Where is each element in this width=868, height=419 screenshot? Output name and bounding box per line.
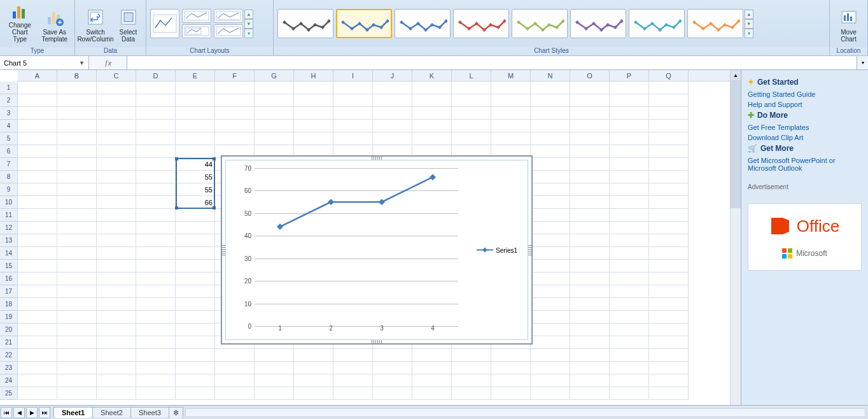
cell-P11[interactable] — [610, 209, 649, 222]
chart-layout-option-4[interactable] — [214, 9, 243, 23]
cell-E12[interactable] — [176, 222, 215, 234]
cell-O6[interactable] — [570, 145, 610, 158]
row-header-17[interactable]: 17 — [0, 285, 18, 298]
cell-Q17[interactable] — [649, 285, 689, 298]
cell-D7[interactable] — [136, 158, 176, 171]
cell-K2[interactable] — [412, 94, 452, 107]
cell-O4[interactable] — [570, 120, 610, 132]
row-header-18[interactable]: 18 — [0, 298, 18, 311]
cell-P24[interactable] — [610, 374, 649, 387]
chart-layout-option-2[interactable] — [182, 9, 211, 23]
column-header-N[interactable]: N — [531, 70, 570, 81]
row-header-13[interactable]: 13 — [0, 234, 18, 247]
row-header-8[interactable]: 8 — [0, 171, 18, 183]
column-header-C[interactable]: C — [97, 70, 136, 81]
cell-E24[interactable] — [176, 374, 215, 387]
cell-D5[interactable] — [136, 132, 176, 145]
cell-N2[interactable] — [531, 94, 570, 107]
cell-E21[interactable] — [176, 336, 215, 349]
cell-Q23[interactable] — [649, 362, 689, 374]
cell-D15[interactable] — [136, 260, 176, 273]
cell-P1[interactable] — [610, 82, 649, 94]
cell-P14[interactable] — [610, 247, 649, 260]
cell-N8[interactable] — [531, 171, 570, 183]
cell-O8[interactable] — [570, 171, 610, 183]
cell-J23[interactable] — [373, 362, 412, 374]
cell-C9[interactable] — [97, 183, 136, 196]
cell-Q24[interactable] — [649, 374, 689, 387]
cell-N15[interactable] — [531, 260, 570, 273]
sheet-tab-sheet2[interactable]: Sheet2 — [92, 407, 131, 418]
cell-O17[interactable] — [570, 285, 610, 298]
styles-expand[interactable]: ▾ — [745, 29, 753, 38]
cell-E9[interactable]: 55 — [176, 183, 215, 196]
row-header-5[interactable]: 5 — [0, 132, 18, 145]
cell-A2[interactable] — [18, 94, 57, 107]
cell-A19[interactable] — [18, 311, 57, 323]
cell-O9[interactable] — [570, 183, 610, 196]
cell-E2[interactable] — [176, 94, 215, 107]
chart-line-series[interactable] — [255, 168, 458, 326]
formula-bar-expand[interactable]: ▾ — [857, 56, 868, 69]
cell-H4[interactable] — [294, 120, 333, 132]
cell-N12[interactable] — [531, 222, 570, 234]
row-header-10[interactable]: 10 — [0, 196, 18, 209]
cell-B23[interactable] — [57, 362, 97, 374]
cell-C2[interactable] — [97, 94, 136, 107]
cell-D3[interactable] — [136, 107, 176, 120]
cell-G24[interactable] — [255, 374, 294, 387]
cell-Q11[interactable] — [649, 209, 689, 222]
cell-E25[interactable] — [176, 387, 215, 400]
cell-D2[interactable] — [136, 94, 176, 107]
cell-B6[interactable] — [57, 145, 97, 158]
cell-B12[interactable] — [57, 222, 97, 234]
cell-F23[interactable] — [215, 362, 255, 374]
cell-A13[interactable] — [18, 234, 57, 247]
column-header-G[interactable]: G — [255, 70, 294, 81]
row-header-9[interactable]: 9 — [0, 183, 18, 196]
cell-H25[interactable] — [294, 387, 333, 400]
chart-style-option-7[interactable] — [629, 9, 685, 38]
cell-D8[interactable] — [136, 171, 176, 183]
chart-style-option-4[interactable] — [453, 9, 509, 38]
cell-I2[interactable] — [333, 94, 373, 107]
cell-C23[interactable] — [97, 362, 136, 374]
cell-N10[interactable] — [531, 196, 570, 209]
cell-N20[interactable] — [531, 323, 570, 336]
column-header-B[interactable]: B — [57, 70, 97, 81]
cell-B17[interactable] — [57, 285, 97, 298]
cell-P20[interactable] — [610, 323, 649, 336]
cell-Q8[interactable] — [649, 171, 689, 183]
cell-M1[interactable] — [491, 82, 531, 94]
chart-layout-option-1[interactable] — [150, 9, 179, 38]
column-header-M[interactable]: M — [491, 70, 531, 81]
cell-M25[interactable] — [491, 387, 531, 400]
chart-resize-bottom[interactable] — [372, 340, 382, 344]
new-sheet-tab[interactable]: ✼ — [169, 407, 183, 418]
cell-O5[interactable] — [570, 132, 610, 145]
cell-F3[interactable] — [215, 107, 255, 120]
cell-A23[interactable] — [18, 362, 57, 374]
cell-A3[interactable] — [18, 107, 57, 120]
cell-C10[interactable] — [97, 196, 136, 209]
cell-C3[interactable] — [97, 107, 136, 120]
cell-N3[interactable] — [531, 107, 570, 120]
cell-O13[interactable] — [570, 234, 610, 247]
cell-D17[interactable] — [136, 285, 176, 298]
cell-B1[interactable] — [57, 82, 97, 94]
cell-A1[interactable] — [18, 82, 57, 94]
cell-J5[interactable] — [373, 132, 412, 145]
cell-K4[interactable] — [412, 120, 452, 132]
cell-A18[interactable] — [18, 298, 57, 311]
cell-P17[interactable] — [610, 285, 649, 298]
layouts-scroll-up[interactable]: ▲ — [244, 10, 253, 19]
cell-E8[interactable]: 55 — [176, 171, 215, 183]
cell-M23[interactable] — [491, 362, 531, 374]
row-header-21[interactable]: 21 — [0, 336, 18, 349]
cell-Q15[interactable] — [649, 260, 689, 273]
cell-Q2[interactable] — [649, 94, 689, 107]
chart-style-option-3[interactable] — [395, 9, 451, 38]
cell-P18[interactable] — [610, 298, 649, 311]
link-get-powerpoint-outlook[interactable]: Get Microsoft PowerPoint or Microsoft Ou… — [748, 157, 862, 172]
cell-D11[interactable] — [136, 209, 176, 222]
